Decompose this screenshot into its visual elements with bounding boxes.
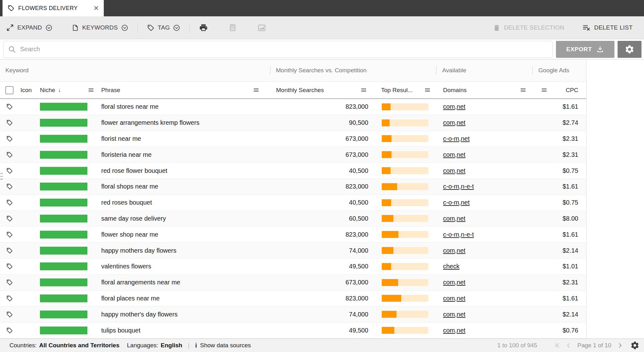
keyword-phrase[interactable]: tulips bouquet (97, 322, 266, 338)
table-row[interactable]: floral arrangements near me 673,000 com,… (0, 275, 586, 291)
table-row[interactable]: same day rose delivery 60,500 com, net $… (0, 211, 586, 227)
table-row[interactable]: florist near me 673,000 c-o-m, net $2.31 (0, 131, 586, 147)
domain-link[interactable]: com (443, 279, 455, 286)
column-niche[interactable]: Niche ↓ (37, 82, 97, 98)
domain-link[interactable]: net (457, 311, 465, 318)
search-input[interactable] (20, 46, 548, 53)
column-drag-handle[interactable] (0, 172, 3, 182)
row-icon-cell (0, 322, 19, 338)
countries-label: Countries: (9, 342, 37, 349)
column-top-results[interactable]: Top Resul... (373, 82, 437, 98)
niche-bar-fill (40, 151, 87, 159)
select-all-checkbox[interactable] (5, 86, 14, 94)
table-row[interactable]: red roses bouquet 40,500 c-o-m, net $0.7… (0, 195, 586, 211)
tag-button[interactable]: TAG (147, 24, 180, 31)
table-row[interactable]: floral places near me 823,000 com, net $… (0, 291, 586, 307)
domain-link[interactable]: c-o-m (443, 231, 459, 238)
keyword-phrase[interactable]: same day rose delivery (97, 211, 266, 227)
domain-link[interactable]: net (457, 119, 465, 126)
footer-settings-button[interactable] (630, 341, 640, 350)
table-row[interactable]: red rose flower bouquet 40,500 com, net … (0, 163, 586, 179)
keyword-phrase[interactable]: florist near me (97, 131, 266, 147)
table-row[interactable]: floral shops near me 823,000 c-o-m, n-e-… (0, 179, 586, 195)
keyword-phrase[interactable]: red roses bouquet (97, 195, 266, 211)
keyword-phrase[interactable]: happy mothers day flowers (97, 243, 266, 258)
table-row[interactable]: tulips bouquet 49,500 com, net $0.76 (0, 322, 586, 338)
keyword-phrase[interactable]: floral shops near me (97, 179, 266, 195)
next-page-button[interactable] (616, 342, 624, 349)
column-monthly-searches[interactable]: Monthly Searches (266, 82, 373, 98)
delete-list-button[interactable]: DELETE LIST (582, 24, 633, 32)
domain-link[interactable]: net (457, 151, 465, 158)
column-menu-icon[interactable] (424, 87, 431, 93)
keyword-phrase[interactable]: flower arrangements kremp flowers (97, 115, 266, 131)
domain-link[interactable]: net (457, 247, 465, 254)
keyword-phrase[interactable]: red rose flower bouquet (97, 163, 266, 179)
column-cpc[interactable]: CPC (535, 82, 586, 98)
keywords-button[interactable]: KEYWORDS (72, 24, 128, 31)
monthly-searches-value: 673,000 (266, 131, 373, 147)
page-indicator: Page 1 of 10 (577, 342, 611, 349)
export-button[interactable]: EXPORT (556, 41, 614, 58)
keyword-phrase[interactable]: floristeria near me (97, 147, 266, 162)
domain-link[interactable]: net (461, 135, 470, 142)
domain-link[interactable]: c-o-m (443, 183, 459, 190)
column-menu-icon[interactable] (360, 87, 367, 93)
competition-bar-fill (382, 151, 391, 158)
domain-link[interactable]: n-e-t (461, 231, 474, 238)
domain-link[interactable]: c-o-m (443, 199, 459, 206)
table-row[interactable]: flower shop near me 823,000 c-o-m, n-e-t… (0, 227, 586, 243)
table-row[interactable]: flower arrangements kremp flowers 90,500… (0, 115, 586, 131)
column-menu-icon[interactable] (541, 87, 547, 93)
domain-link[interactable]: net (457, 103, 465, 110)
table-row[interactable]: happy mother's day flowers 74,000 com, n… (0, 306, 586, 322)
keyword-phrase[interactable]: floral stores near me (97, 99, 266, 115)
domain-link[interactable]: net (457, 167, 465, 174)
table-row[interactable]: floral stores near me 823,000 com, net $… (0, 99, 586, 115)
tab-flowers-delivery[interactable]: FLOWERS DELIVERY × (3, 0, 104, 16)
table-row[interactable]: happy mothers day flowers 74,000 com, ne… (0, 243, 586, 259)
calculator-button[interactable] (229, 24, 237, 32)
print-button[interactable] (199, 23, 208, 32)
show-data-sources-link[interactable]: Show data sources (200, 342, 251, 349)
domain-link[interactable]: net (457, 295, 465, 302)
competition-bar (382, 215, 428, 222)
niche-cell (37, 163, 97, 179)
column-phrase[interactable]: Phrase (97, 82, 266, 98)
domain-link[interactable]: check (443, 263, 459, 270)
column-domains[interactable]: Domains (437, 82, 535, 98)
domain-link[interactable]: net (461, 199, 470, 206)
close-tab-icon[interactable]: × (94, 4, 99, 13)
keyword-phrase[interactable]: floral places near me (97, 291, 266, 306)
domain-link[interactable]: com (443, 247, 455, 254)
delete-selection-button[interactable]: DELETE SELECTION (493, 24, 564, 32)
monthly-searches-value: 823,000 (266, 291, 373, 306)
table-row[interactable]: floristeria near me 673,000 com, net $2.… (0, 147, 586, 163)
domain-link[interactable]: com (443, 103, 455, 110)
column-menu-icon[interactable] (253, 87, 259, 93)
table-row[interactable]: valentines flowers 49,500 check $1.01 (0, 259, 586, 275)
domain-link[interactable]: com (443, 311, 455, 318)
keyword-phrase[interactable]: flower shop near me (97, 227, 266, 242)
prev-page-button[interactable] (565, 342, 572, 349)
domain-link[interactable]: com (443, 167, 455, 174)
domain-link[interactable]: net (457, 279, 465, 286)
keyword-phrase[interactable]: happy mother's day flowers (97, 306, 266, 322)
domain-link[interactable]: net (457, 215, 465, 222)
chart-button[interactable] (258, 24, 266, 32)
domain-link[interactable]: net (457, 327, 465, 334)
domain-link[interactable]: com (443, 151, 455, 158)
domain-link[interactable]: c-o-m (443, 135, 459, 142)
column-menu-icon[interactable] (88, 87, 94, 93)
domain-link[interactable]: com (443, 215, 455, 222)
column-menu-icon[interactable] (520, 87, 526, 93)
keyword-phrase[interactable]: valentines flowers (97, 259, 266, 274)
expand-button[interactable]: EXPAND (6, 24, 52, 31)
first-page-button[interactable] (553, 342, 561, 349)
domain-link[interactable]: com (443, 295, 455, 302)
domain-link[interactable]: com (443, 119, 455, 126)
domain-link[interactable]: com (443, 327, 455, 334)
keyword-phrase[interactable]: floral arrangements near me (97, 275, 266, 290)
domain-link[interactable]: n-e-t (461, 183, 474, 190)
settings-button[interactable] (618, 41, 641, 58)
